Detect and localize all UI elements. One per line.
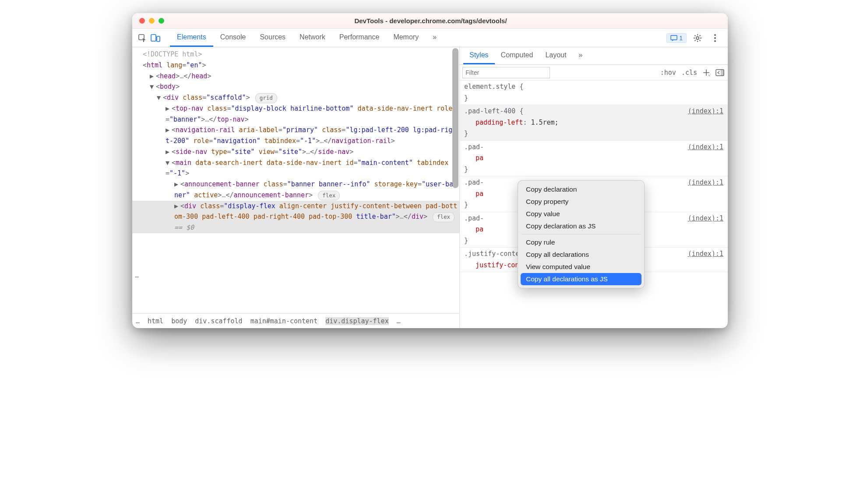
issues-count: 1	[679, 35, 683, 42]
svg-point-6	[714, 37, 716, 39]
filter-input[interactable]	[462, 67, 550, 78]
ctx-item[interactable]: View computed value	[521, 261, 641, 273]
styles-tabs: Styles Computed Layout »	[460, 47, 728, 65]
gutter-menu-icon[interactable]: ⋯	[135, 273, 139, 281]
filter-row: :hov .cls	[460, 65, 728, 80]
gear-icon[interactable]	[691, 32, 704, 45]
device-toggle-icon[interactable]	[149, 32, 162, 45]
tab-more[interactable]: »	[426, 29, 444, 47]
zoom-dot[interactable]	[159, 18, 164, 24]
minimize-dot[interactable]	[149, 18, 155, 24]
breadcrumb: … html body div.scaffold main#main-conte…	[132, 313, 459, 328]
panel-tabs: Elements Console Sources Network Perform…	[170, 29, 666, 47]
ctx-item[interactable]: Copy declaration as JS	[521, 220, 641, 232]
tab-elements[interactable]: Elements	[170, 29, 213, 47]
traffic-lights	[132, 18, 164, 24]
crumb-right-overflow[interactable]: …	[397, 317, 401, 325]
ctx-item[interactable]: Copy all declarations as JS	[521, 273, 641, 285]
dom-tree[interactable]: <!DOCTYPE html><html lang="en">▶<head>…<…	[132, 47, 459, 233]
stab-more[interactable]: »	[572, 47, 589, 64]
context-menu: Copy declarationCopy propertyCopy valueC…	[518, 180, 645, 288]
new-rule-icon[interactable]	[702, 69, 710, 77]
stab-layout[interactable]: Layout	[539, 47, 572, 64]
crumb-selected[interactable]: div.display-flex	[325, 317, 389, 325]
main-toolbar: Elements Console Sources Network Perform…	[132, 29, 728, 47]
elements-panel: <!DOCTYPE html><html lang="en">▶<head>…<…	[132, 47, 460, 328]
ctx-item[interactable]: Copy property	[521, 196, 641, 208]
scrollbar[interactable]	[452, 48, 458, 287]
ctx-item[interactable]: Copy value	[521, 208, 641, 220]
svg-rect-3	[671, 35, 677, 40]
svg-point-5	[714, 34, 716, 36]
tab-network[interactable]: Network	[293, 29, 332, 47]
crumb-html[interactable]: html	[148, 317, 163, 325]
inspect-icon[interactable]	[136, 32, 149, 45]
tab-memory[interactable]: Memory	[386, 29, 426, 47]
tab-sources[interactable]: Sources	[253, 29, 293, 47]
crumb-body[interactable]: body	[171, 317, 187, 325]
tab-console[interactable]: Console	[213, 29, 253, 47]
svg-point-4	[696, 37, 699, 39]
tab-performance[interactable]: Performance	[332, 29, 387, 47]
kebab-icon[interactable]	[708, 32, 722, 45]
stab-styles[interactable]: Styles	[463, 47, 495, 64]
window-title: DevTools - developer.chrome.com/tags/dev…	[164, 17, 728, 24]
ctx-item[interactable]: Copy rule	[521, 236, 641, 248]
issues-badge[interactable]: 1	[666, 33, 687, 43]
cls-toggle[interactable]: .cls	[681, 69, 697, 77]
crumb-left-overflow[interactable]: …	[136, 317, 140, 325]
toolbar-right: 1	[666, 32, 724, 45]
devtools-window: DevTools - developer.chrome.com/tags/dev…	[132, 13, 728, 328]
svg-rect-1	[151, 35, 156, 41]
svg-rect-9	[721, 70, 724, 76]
hov-toggle[interactable]: :hov	[660, 69, 676, 77]
sidebar-toggle-icon[interactable]	[715, 69, 724, 76]
ctx-item[interactable]: Copy declaration	[521, 183, 641, 196]
svg-point-7	[714, 40, 716, 42]
crumb-main[interactable]: main#main-content	[250, 317, 318, 325]
close-dot[interactable]	[139, 18, 145, 24]
ctx-item[interactable]: Copy all declarations	[521, 248, 641, 261]
stab-computed[interactable]: Computed	[495, 47, 539, 64]
titlebar: DevTools - developer.chrome.com/tags/dev…	[132, 13, 728, 29]
svg-rect-2	[157, 36, 160, 42]
crumb-scaffold[interactable]: div.scaffold	[195, 317, 242, 325]
